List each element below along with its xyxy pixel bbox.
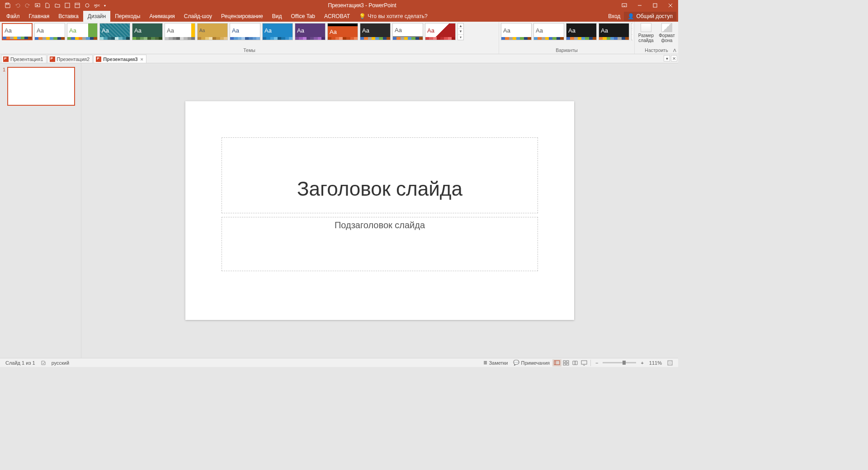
qat-icon-1[interactable] [62, 0, 72, 10]
theme-thumb-3[interactable]: Aa [99, 23, 130, 40]
tab-review[interactable]: Рецензирование [217, 11, 268, 22]
tab-insert[interactable]: Вставка [54, 11, 83, 22]
ribbon: AaAaAaAaAaAaAaAaAaAaAaAaAaAa▲▼▾ Темы AaA… [0, 22, 678, 54]
normal-view-icon[interactable] [552, 359, 561, 367]
doc-tab-0[interactable]: Презентация1 [1, 55, 47, 63]
variants-group-label: Варианты [501, 47, 632, 53]
theme-thumb-11[interactable]: Aa [360, 23, 391, 40]
theme-thumb-2[interactable]: Aa [67, 23, 98, 40]
slide-size-button[interactable]: Размер слайда [637, 23, 655, 43]
theme-thumb-10[interactable]: Aa [327, 23, 358, 40]
window-title: Презентация3 - PowerPoint [108, 2, 617, 9]
theme-thumb-6[interactable]: Aa [197, 23, 228, 40]
document-tabs: Презентация1Презентация2Презентация3× ▾ … [0, 54, 678, 63]
variant-thumb-3[interactable]: Aa [599, 23, 629, 40]
fit-to-window-icon[interactable] [665, 360, 675, 366]
svg-rect-10 [566, 361, 569, 362]
slide-sorter-view-icon[interactable] [561, 359, 571, 367]
minimize-icon[interactable] [632, 0, 647, 11]
theme-thumb-0[interactable]: Aa [2, 23, 33, 40]
svg-rect-2 [65, 3, 70, 8]
themes-scroll-up-icon[interactable]: ▲ [458, 24, 463, 29]
themes-scroll-down-icon[interactable]: ▼ [458, 29, 463, 34]
notes-button[interactable]: ≣Заметки [481, 360, 510, 366]
tab-view[interactable]: Вид [268, 11, 287, 22]
subtitle-placeholder[interactable]: Подзаголовок слайда [222, 217, 538, 271]
variants-expand-icon[interactable]: ▾ [632, 35, 632, 40]
format-background-button[interactable]: Формат фона [658, 23, 676, 43]
variants-scroll-up-icon[interactable]: ▲ [632, 24, 632, 29]
open-icon[interactable] [52, 0, 62, 10]
svg-rect-0 [6, 3, 9, 5]
variant-thumb-1[interactable]: Aa [533, 23, 564, 40]
qat-icon-2[interactable] [72, 0, 82, 10]
notes-icon: ≣ [483, 360, 487, 366]
start-from-beginning-icon[interactable] [33, 0, 42, 10]
tab-officetab[interactable]: Office Tab [286, 11, 320, 22]
save-icon[interactable] [3, 0, 13, 10]
doc-tab-1[interactable]: Презентация2 [47, 55, 93, 63]
tab-home[interactable]: Главная [24, 11, 54, 22]
spellcheck-status-icon[interactable] [38, 360, 49, 366]
maximize-icon[interactable] [647, 0, 663, 11]
zoom-slider[interactable] [603, 362, 636, 363]
variant-thumb-2[interactable]: Aa [566, 23, 597, 40]
svg-rect-3 [75, 3, 80, 8]
share-icon: 👤 [627, 13, 634, 19]
tab-acrobat[interactable]: ACROBAT [320, 11, 354, 22]
zoom-in-button[interactable]: + [638, 360, 646, 366]
slide-canvas[interactable]: Заголовок слайда Подзаголовок слайда [81, 63, 678, 358]
slide: Заголовок слайда Подзаголовок слайда [185, 101, 574, 320]
comments-button[interactable]: 💬Примечания [510, 360, 552, 366]
theme-thumb-1[interactable]: Aa [34, 23, 65, 40]
close-icon[interactable] [663, 0, 678, 11]
tab-slideshow[interactable]: Слайд-шоу [179, 11, 217, 22]
customize-group-label: Настроить [637, 47, 676, 53]
theme-thumb-13[interactable]: Aa [425, 23, 456, 40]
zoom-out-button[interactable]: − [593, 360, 601, 366]
new-icon[interactable] [42, 0, 52, 10]
close-tab-icon[interactable]: ✕ [671, 55, 677, 61]
tab-design[interactable]: Дизайн [83, 11, 110, 22]
theme-thumb-9[interactable]: Aa [295, 23, 326, 40]
themes-group: AaAaAaAaAaAaAaAaAaAaAaAaAaAa▲▼▾ Темы [0, 22, 499, 54]
close-doc-tab-icon[interactable]: × [141, 56, 143, 62]
sign-in-link[interactable]: Вход [608, 13, 620, 19]
slide-1-thumbnail[interactable] [7, 67, 75, 106]
variant-thumb-0[interactable]: Aa [501, 23, 532, 40]
ribbon-tabs: Файл Главная Вставка Дизайн Переходы Ани… [0, 11, 678, 22]
ribbon-options-icon[interactable] [617, 0, 632, 11]
svg-rect-13 [581, 361, 587, 364]
format-background-label: Формат фона [658, 33, 676, 43]
slideshow-view-icon[interactable] [580, 359, 589, 367]
theme-thumb-7[interactable]: Aa [230, 23, 260, 40]
tell-me-search[interactable]: 💡 Что вы хотите сделать? [354, 11, 432, 22]
tab-file[interactable]: Файл [2, 11, 24, 22]
language-status[interactable]: русский [49, 360, 72, 366]
doc-tab-2[interactable]: Презентация3× [94, 55, 146, 63]
slide-count[interactable]: Слайд 1 из 1 [3, 360, 38, 366]
zoom-level[interactable]: 111% [646, 360, 665, 366]
redo-icon[interactable] [23, 0, 33, 10]
powerpoint-icon [50, 56, 55, 62]
svg-rect-12 [566, 363, 569, 365]
share-button[interactable]: 👤 Общий доступ [624, 12, 676, 21]
themes-expand-icon[interactable]: ▾ [458, 35, 463, 40]
tab-animations[interactable]: Анимация [145, 11, 179, 22]
collapse-ribbon-icon[interactable]: ᐱ [673, 48, 676, 53]
qat-icon-3[interactable] [82, 0, 92, 10]
title-placeholder[interactable]: Заголовок слайда [222, 137, 538, 213]
theme-thumb-4[interactable]: Aa [132, 23, 163, 40]
variants-scroll-down-icon[interactable]: ▼ [632, 29, 632, 34]
spellcheck-icon[interactable]: abc [92, 0, 102, 10]
lightbulb-icon: 💡 [359, 13, 366, 19]
undo-icon[interactable] [13, 0, 23, 10]
tab-transitions[interactable]: Переходы [110, 11, 145, 22]
tab-list-dropdown-icon[interactable]: ▾ [664, 55, 670, 61]
qat-dropdown-icon[interactable]: ▾ [102, 0, 108, 10]
theme-thumb-5[interactable]: Aa [165, 23, 195, 40]
reading-view-icon[interactable] [571, 359, 580, 367]
svg-rect-8 [554, 361, 560, 365]
theme-thumb-8[interactable]: Aa [262, 23, 293, 40]
theme-thumb-12[interactable]: Aa [392, 23, 423, 40]
